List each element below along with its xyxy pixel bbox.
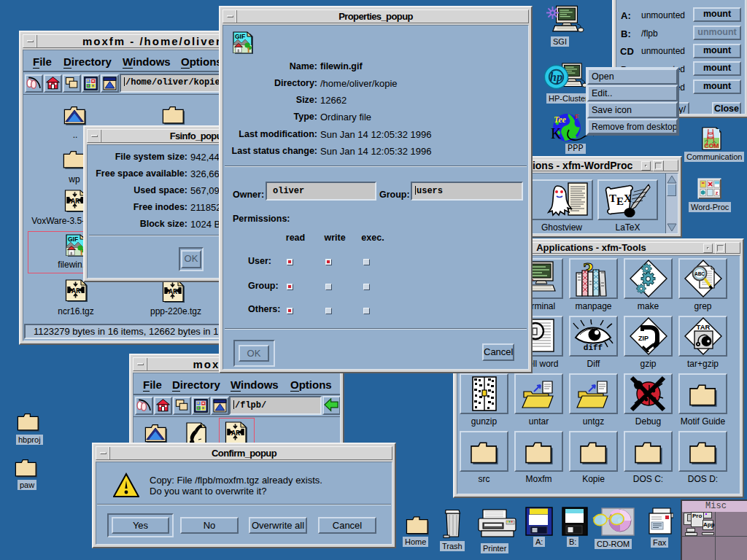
svg-text:ABC: ABC (694, 271, 705, 276)
svg-text:TAR: TAR (697, 323, 711, 331)
